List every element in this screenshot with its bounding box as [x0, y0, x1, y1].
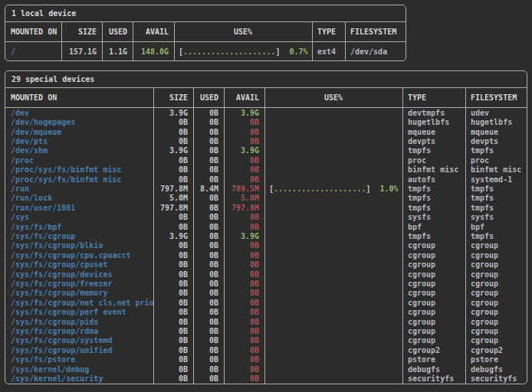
cell-avail: 0B	[224, 156, 264, 165]
cell-type: cgroup	[402, 241, 465, 250]
cell-filesystem: bpf	[465, 223, 527, 231]
usage-percent: 0.7%	[280, 47, 307, 56]
cell-size: 0B	[153, 156, 193, 165]
cell-avail: 5.0M	[224, 194, 264, 202]
cell-filesystem: systemd-1	[465, 175, 527, 184]
table-row: /sys/fs/cgroup/devices0B0B0Bcgroupcgroup	[5, 270, 527, 279]
cell-mounted-on: /sys/fs/cgroup	[5, 232, 153, 240]
cell-size: 5.0M	[153, 194, 193, 202]
cell-type: cgroup	[402, 318, 465, 326]
column-separator	[402, 88, 403, 384]
cell-used: 0B	[193, 299, 224, 307]
cell-filesystem: cgroup	[465, 251, 527, 260]
cell-used: 0B	[193, 175, 224, 184]
cell-type: ext4	[312, 47, 345, 56]
cell-size: 0B	[153, 365, 193, 374]
cell-used: 0B	[193, 374, 224, 383]
column-header: TYPE	[312, 28, 345, 36]
cell-type: devpts	[402, 137, 465, 145]
cell-used: 0B	[193, 336, 224, 345]
cell-type: devtmpfs	[402, 109, 465, 117]
column-separator	[193, 88, 194, 384]
column-separator	[61, 22, 62, 60]
table-row: /sys/fs/pstore0B0B0Bpstorepstore	[5, 355, 527, 364]
table-row: /dev/hugepages0B0B0Bhugetlbfshugetlbfs	[5, 117, 527, 126]
cell-mounted-on: /sys/fs/cgroup/net_cls,net_prio	[5, 299, 153, 307]
cell-avail: 148.0G	[133, 47, 174, 56]
cell-size: 797.8M	[153, 185, 193, 193]
cell-avail: 0B	[224, 241, 264, 250]
cell-avail: 0B	[224, 355, 264, 364]
cell-type: cgroup	[402, 251, 465, 260]
cell-size: 0B	[153, 270, 193, 279]
cell-mounted-on: /sys/fs/cgroup/pids	[5, 318, 153, 326]
cell-type: cgroup	[402, 308, 465, 316]
table-row: /sys/fs/cgroup/perf_event0B0B0Bcgroupcgr…	[5, 308, 527, 317]
cell-size: 0B	[153, 374, 193, 383]
cell-filesystem: debugfs	[465, 365, 527, 374]
cell-filesystem: hugetlbfs	[465, 118, 527, 126]
column-header: FILESYSTEM	[345, 28, 406, 36]
cell-filesystem: devpts	[465, 137, 527, 145]
column-separator	[174, 22, 175, 60]
cell-used: 0B	[193, 308, 224, 316]
cell-size: 0B	[153, 137, 193, 145]
cell-usage-bar: [....................] 1.0%	[264, 185, 402, 193]
cell-size: 0B	[153, 118, 193, 126]
cell-avail: 0B	[224, 279, 264, 288]
cell-mounted-on: /sys/fs/cgroup/cpuset	[5, 260, 153, 269]
cell-size: 0B	[153, 289, 193, 297]
cell-filesystem: cgroup	[465, 308, 527, 316]
table-row: /sys/fs/cgroup/net_cls,net_prio0B0B0Bcgr…	[5, 298, 527, 307]
cell-filesystem: tmpfs	[465, 194, 527, 202]
cell-filesystem: securityfs	[465, 374, 527, 383]
table-row: /sys0B0B0Bsysfssysfs	[5, 212, 527, 221]
cell-type: cgroup	[402, 260, 465, 269]
usage-percent: 1.0%	[370, 185, 398, 193]
cell-avail: 0B	[224, 175, 264, 184]
column-header: TYPE	[402, 93, 465, 102]
column-header: SIZE	[153, 93, 193, 102]
table-row: /sys/fs/cgroup/freezer0B0B0Bcgroupcgroup	[5, 279, 527, 288]
cell-size: 0B	[153, 279, 193, 288]
cell-filesystem: cgroup	[465, 289, 527, 297]
cell-mounted-on: /run/lock	[5, 194, 153, 202]
table-row: /sys/fs/cgroup/blkio0B0B0Bcgroupcgroup	[5, 241, 527, 250]
cell-filesystem: cgroup2	[465, 346, 527, 354]
table-row: /sys/fs/cgroup/pids0B0B0Bcgroupcgroup	[5, 317, 527, 326]
table-row: /sys/fs/cgroup/systemd0B0B0Bcgroupcgroup	[5, 336, 527, 345]
column-header: USED	[102, 28, 133, 36]
table-row: /run/lock5.0M0B5.0Mtmpfstmpfs	[5, 194, 527, 203]
cell-filesystem: /dev/sda	[345, 47, 406, 56]
cell-filesystem: cgroup	[465, 327, 527, 335]
cell-filesystem: sysfs	[465, 213, 527, 221]
table-row: /sys/fs/cgroup/cpu,cpuacct0B0B0Bcgroupcg…	[5, 250, 527, 260]
cell-used: 0B	[193, 241, 224, 250]
cell-filesystem: cgroup	[465, 318, 527, 326]
cell-used: 0B	[193, 128, 224, 136]
cell-type: hugetlbfs	[402, 118, 465, 126]
cell-mounted-on: /dev/shm	[5, 146, 153, 155]
table-row: /sys/fs/cgroup/memory0B0B0Bcgroupcgroup	[5, 289, 527, 298]
cell-used: 0B	[193, 355, 224, 364]
cell-mounted-on: /sys/fs/pstore	[5, 355, 153, 364]
cell-avail: 0B	[224, 365, 264, 374]
table-row: /dev3.9G0B3.9Gdevtmpfsudev	[5, 108, 527, 117]
table-title: 1 local device	[5, 5, 406, 22]
cell-mounted-on: /dev/mqueue	[5, 128, 153, 136]
cell-filesystem: cgroup	[465, 299, 527, 307]
cell-size: 797.8M	[153, 204, 193, 212]
cell-used: 0B	[193, 279, 224, 288]
cell-used: 8.4M	[193, 185, 224, 193]
table-row: /proc/sys/fs/binfmt_misc0B0B0Bbinfmt_mis…	[5, 165, 527, 174]
cell-filesystem: cgroup	[465, 241, 527, 250]
cell-mounted-on: /sys/fs/bpf	[5, 223, 153, 231]
cell-used: 0B	[193, 109, 224, 117]
cell-mounted-on: /dev/pts	[5, 137, 153, 145]
cell-type: mqueue	[402, 128, 465, 136]
cell-filesystem: cgroup	[465, 279, 527, 288]
column-header: AVAIL	[224, 93, 264, 102]
column-separator	[102, 22, 103, 60]
cell-filesystem: tmpfs	[465, 232, 527, 240]
column-separator	[224, 88, 225, 384]
